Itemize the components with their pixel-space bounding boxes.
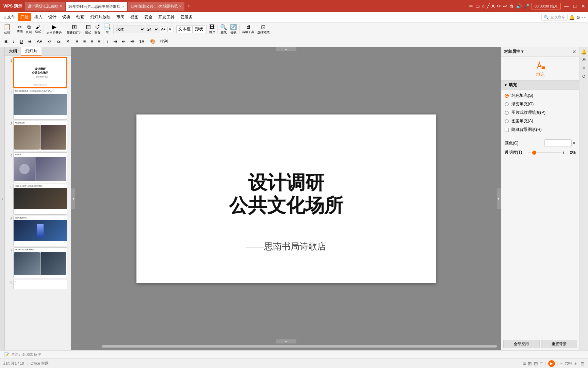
align-left-button[interactable]: ≡ bbox=[74, 38, 81, 45]
present-tools-button[interactable]: 🖥 演示工具 bbox=[241, 23, 256, 35]
copy-button[interactable]: ⧉ 复制 bbox=[24, 24, 33, 35]
transparency-minus[interactable]: − bbox=[528, 150, 531, 155]
slide-thumb-5[interactable]: 5 环境分析与研究，思南书局展开调研... bbox=[6, 184, 69, 215]
slide-img-3[interactable]: 人口密度分析 bbox=[13, 121, 67, 151]
replace-button[interactable]: 🔄 替换 bbox=[229, 23, 238, 35]
transparency-slider-thumb[interactable] bbox=[532, 151, 536, 155]
paste-button[interactable]: 📋 粘贴 bbox=[1, 22, 13, 36]
shape-button[interactable]: 形状 bbox=[193, 25, 205, 33]
align-center-button[interactable]: ≡ bbox=[81, 38, 88, 45]
right-strip-icon3[interactable]: ≡ bbox=[582, 65, 586, 72]
menu-cloud[interactable]: 云服务 bbox=[178, 13, 195, 21]
slide-thumb-8[interactable]: 8 ... bbox=[6, 279, 69, 289]
search-command[interactable]: 🔍 查找命令 bbox=[541, 14, 568, 21]
bold-button[interactable]: B bbox=[2, 38, 10, 45]
toolbar-icon-pen[interactable]: ✏ bbox=[469, 3, 473, 9]
slide-img-5[interactable]: 环境分析与研究，思南书局展开调研... bbox=[13, 184, 67, 215]
view-normal-icon[interactable]: ≡ bbox=[523, 361, 526, 366]
fill-option-pattern[interactable]: 图案填充(A) bbox=[505, 118, 576, 124]
menu-file[interactable]: ☰ 文件 bbox=[1, 13, 17, 21]
view-grid-icon[interactable]: ⊞ bbox=[528, 361, 532, 366]
color-swatch-container[interactable]: ▼ bbox=[544, 139, 576, 147]
toolbar-icon-text[interactable]: A bbox=[491, 3, 494, 9]
toolbar-icon-line[interactable]: ╱ bbox=[487, 3, 489, 9]
tab-inactive-3[interactable]: 16年荣胜公共....-大城际书吧 ✕ bbox=[128, 2, 184, 11]
bullet-button[interactable]: •≡ bbox=[128, 38, 136, 45]
zoom-in-button[interactable]: + bbox=[574, 361, 577, 366]
fill-option-hide-bg[interactable]: 隐藏背景图形(H) bbox=[505, 127, 576, 133]
slide-thumb-1[interactable]: 1 设计调研公共文化场所 ——思南书局诗歌店 整理与和明示补充 bbox=[6, 57, 69, 88]
strikethrough-button[interactable]: S bbox=[26, 38, 34, 45]
outdent-button[interactable]: ⇤ bbox=[120, 38, 128, 45]
menu-review[interactable]: 审阅 bbox=[114, 13, 127, 21]
fill-option-picture[interactable]: 图片或纹理填充(P) bbox=[505, 110, 576, 116]
clear-format-button[interactable]: ✕ bbox=[64, 38, 72, 45]
fit-window-button[interactable]: ⊡ bbox=[581, 361, 585, 366]
apply-all-button[interactable]: 全部应用 bbox=[503, 340, 540, 348]
canvas-scroll-bottom[interactable]: ▼ bbox=[276, 339, 296, 343]
right-strip-icon2[interactable]: 👁 bbox=[581, 57, 587, 63]
menu-slideshow[interactable]: 幻灯片放映 bbox=[87, 13, 113, 21]
menu-view[interactable]: 视图 bbox=[128, 13, 141, 21]
slide-thumb-2[interactable]: 2 思南书局诗歌店是上海首家以诗歌为主题的书店... bbox=[6, 89, 69, 120]
font-color-button[interactable]: A▾ bbox=[34, 38, 45, 45]
radio-solid[interactable] bbox=[505, 94, 509, 98]
notes-placeholder[interactable]: 单击此处添加备注 bbox=[11, 352, 41, 357]
toolbar-icon-mic[interactable]: 🎤 bbox=[524, 3, 529, 9]
menu-insert[interactable]: 插入 bbox=[32, 13, 45, 21]
tab-close-1[interactable]: ✕ bbox=[60, 4, 62, 8]
right-strip-icon1[interactable]: 🔔 bbox=[580, 48, 587, 55]
transparency-plus[interactable]: + bbox=[562, 150, 565, 155]
menu-design[interactable]: 设计 bbox=[46, 13, 59, 21]
indent-button[interactable]: ⇥ bbox=[111, 38, 119, 45]
picture-button[interactable]: 🖼 图片 bbox=[208, 23, 216, 35]
left-collapse-arrow[interactable]: ‹ bbox=[0, 47, 5, 350]
superscript-button[interactable]: x² bbox=[45, 38, 54, 45]
color-swatch[interactable] bbox=[544, 139, 572, 147]
menu-animation[interactable]: 动画 bbox=[74, 13, 87, 21]
slide-img-7[interactable]: WPS演示人口分析大数据... bbox=[13, 247, 67, 278]
cut-button[interactable]: ✂ 剪切 bbox=[15, 24, 24, 35]
color-dropdown-arrow[interactable]: ▼ bbox=[572, 141, 576, 145]
radio-gradient[interactable] bbox=[505, 102, 509, 106]
toolbar-icon-undo[interactable]: ↩ bbox=[503, 3, 507, 9]
slide-thumb-3[interactable]: 3 人口密度分析 bbox=[6, 121, 69, 151]
slide-thumb-6[interactable]: 6 光照与氛围研究... bbox=[6, 216, 69, 246]
toolbar-icon-volume[interactable]: 🔊 bbox=[516, 3, 522, 9]
italic-button[interactable]: I bbox=[11, 38, 17, 45]
checkbox-hide-bg[interactable] bbox=[505, 128, 509, 132]
notes-bar[interactable]: 📝 单击此处添加备注 bbox=[0, 350, 588, 358]
radio-picture[interactable] bbox=[505, 111, 509, 115]
font-size-select[interactable]: 24 bbox=[146, 26, 159, 33]
window-maximize[interactable]: □ bbox=[572, 3, 578, 9]
tab-add-button[interactable]: + bbox=[185, 3, 193, 10]
fill-option-solid[interactable]: 纯色填充(S) bbox=[505, 93, 576, 98]
toolbar-icon-delete[interactable]: 🗑 bbox=[509, 3, 514, 9]
slide-thumb-4[interactable]: 4 场地分析 bbox=[6, 152, 69, 183]
canvas-scroll-right[interactable]: ► bbox=[497, 188, 501, 209]
canvas-scroll-top[interactable]: ▲ bbox=[276, 47, 296, 51]
window-close[interactable]: ✕ bbox=[580, 3, 587, 9]
toolbar-icon-circle[interactable]: ○ bbox=[482, 3, 485, 9]
slide-img-6[interactable]: 光照与氛围研究... bbox=[13, 216, 67, 246]
slide-img-4[interactable]: 场地分析 bbox=[13, 152, 67, 183]
right-icon-2[interactable]: ⚙ bbox=[576, 15, 581, 20]
menu-developer[interactable]: 开发工具 bbox=[156, 13, 177, 21]
underline-button[interactable]: U bbox=[17, 38, 25, 45]
menu-security[interactable]: 安全 bbox=[142, 13, 155, 21]
right-panel-close-button[interactable]: ✕ bbox=[572, 49, 576, 55]
find-button[interactable]: 🔍 查找 bbox=[219, 23, 228, 35]
canvas-scroll-left[interactable]: ◄ bbox=[71, 188, 75, 209]
toolbar-icon-scissors[interactable]: ✂ bbox=[497, 3, 501, 9]
view-camera-icon[interactable]: □ bbox=[540, 361, 543, 366]
menu-transition[interactable]: 切换 bbox=[60, 13, 73, 21]
layout-button[interactable]: ⊟ 版式 bbox=[84, 22, 93, 36]
radio-pattern[interactable] bbox=[505, 119, 509, 123]
tab-active-2[interactable]: 16年荣胜公共...思南书局诗歌店 ✕ bbox=[66, 2, 127, 11]
window-minimize[interactable]: — bbox=[563, 3, 570, 9]
transparency-slider-track[interactable] bbox=[532, 152, 561, 153]
right-icon-1[interactable]: 🔔 bbox=[569, 15, 575, 20]
slide-canvas[interactable]: 设计调研 公共文化场所 ——思南书局诗歌店 bbox=[136, 114, 436, 283]
subscript-button[interactable]: x₂ bbox=[54, 38, 63, 45]
slide-img-1[interactable]: 设计调研公共文化场所 ——思南书局诗歌店 整理与和明示补充 bbox=[13, 57, 67, 88]
